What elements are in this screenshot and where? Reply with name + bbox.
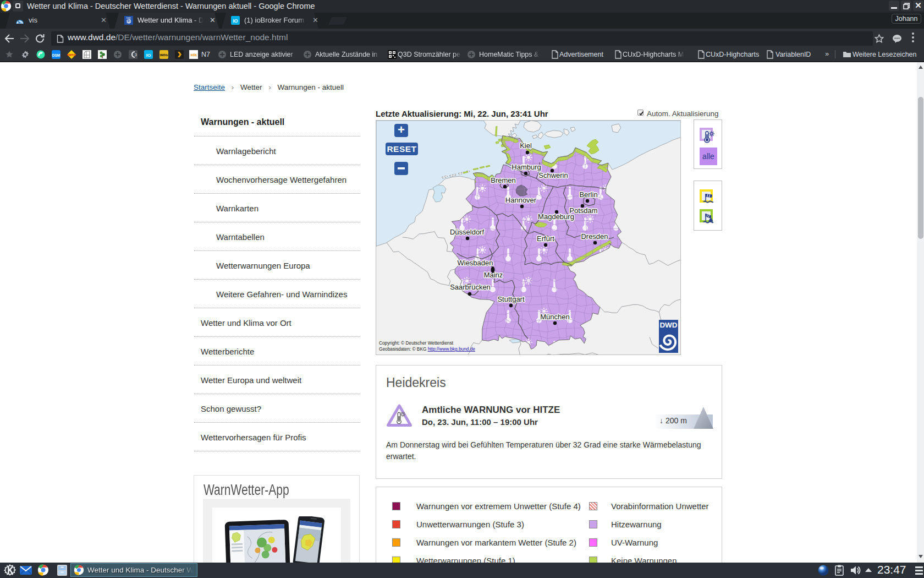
svg-text:Copyright: © Deutscher Wetterd: Copyright: © Deutscher Wetterdienst xyxy=(379,340,454,346)
svg-text:RESET: RESET xyxy=(387,144,416,154)
svg-text:Düsseldorf: Düsseldorf xyxy=(450,228,485,236)
svg-text:Schwerin: Schwerin xyxy=(538,171,568,179)
svg-text:Bremen: Bremen xyxy=(491,176,516,184)
svg-text:Erfurt: Erfurt xyxy=(537,235,554,243)
svg-text:DSM: DSM xyxy=(52,53,60,57)
svg-text:München: München xyxy=(540,313,569,321)
svg-text:Berlin: Berlin xyxy=(579,190,597,199)
svg-text:Stuttgart: Stuttgart xyxy=(497,295,525,303)
svg-text:3: 3 xyxy=(135,53,137,57)
svg-text:Geobasisdaten: © BKG http://ww: Geobasisdaten: © BKG http://www.bkg.bund… xyxy=(379,346,475,352)
svg-text:IMDb: IMDb xyxy=(160,53,168,57)
svg-text:xda: xda xyxy=(190,53,197,57)
svg-text:+: + xyxy=(398,123,405,137)
svg-text:Dresden: Dresden xyxy=(581,232,608,241)
svg-text:FRITZ!: FRITZ! xyxy=(67,53,76,57)
svg-text:IO: IO xyxy=(146,53,151,58)
svg-text:Wiesbaden: Wiesbaden xyxy=(457,259,493,267)
svg-text:DWD: DWD xyxy=(659,321,677,329)
svg-text:IO: IO xyxy=(233,18,238,24)
svg-text:Saarbrücken: Saarbrücken xyxy=(450,283,491,291)
svg-text:Hamburg: Hamburg xyxy=(512,163,541,171)
svg-text:Magdeburg: Magdeburg xyxy=(538,212,574,221)
svg-text:Kiel: Kiel xyxy=(520,141,532,150)
svg-text:Hannover: Hannover xyxy=(505,196,537,204)
